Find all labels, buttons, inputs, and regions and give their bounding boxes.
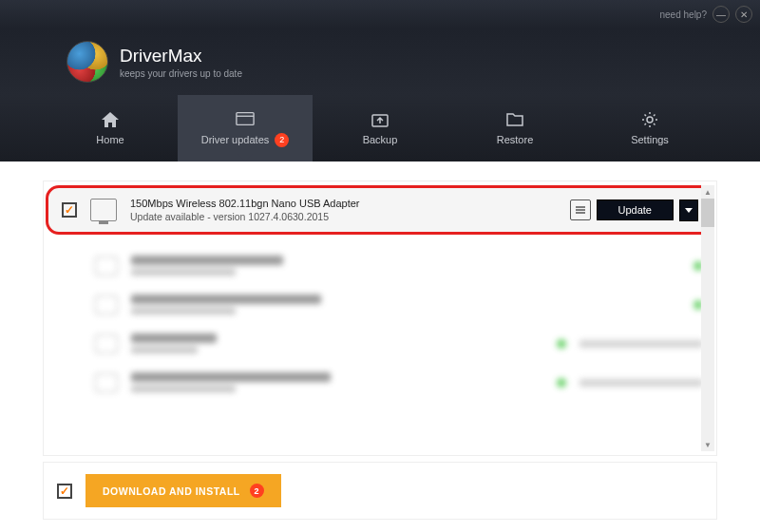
nav-home[interactable]: Home [43,95,178,162]
home-icon [101,111,120,128]
select-all-checkbox[interactable] [57,484,72,499]
gear-icon [640,111,659,128]
scroll-thumb[interactable] [701,199,714,227]
driver-row-blurred [44,246,716,285]
driver-row-highlighted[interactable]: 150Mbps Wireless 802.11bgn Nano USB Adap… [46,185,714,235]
main-nav: Home Driver updates 2 Backup Restore Set… [0,95,760,162]
nav-label: Settings [631,134,669,145]
nav-label: Backup [363,134,398,145]
svg-rect-0 [237,112,254,124]
brand-header: DriverMax keeps your drivers up to date [0,28,760,95]
list-icon [575,205,586,215]
device-icon [95,295,118,314]
driver-row-blurred [44,324,716,363]
nav-driver-updates[interactable]: Driver updates 2 [178,95,313,162]
status-dot-icon [557,339,566,349]
install-badge: 2 [250,484,264,498]
close-button[interactable]: ✕ [735,6,752,23]
checkbox[interactable] [62,202,77,218]
scroll-down-icon[interactable]: ▼ [701,438,714,451]
nav-label: Home [96,134,124,145]
restore-icon [505,111,524,128]
chevron-down-icon [685,208,693,213]
details-button[interactable] [570,200,591,220]
device-icon [95,334,118,353]
device-icon [95,373,118,392]
content-area: 150Mbps Wireless 802.11bgn Nano USB Adap… [0,162,760,484]
row-actions: Update [570,200,698,221]
driver-row-blurred [44,363,716,402]
driver-info: 150Mbps Wireless 802.11bgn Nano USB Adap… [130,198,557,222]
svg-point-3 [647,117,653,123]
minimize-button[interactable]: — [712,6,730,23]
install-label: DOWNLOAD AND INSTALL [103,485,240,497]
update-button[interactable]: Update [597,200,674,220]
backup-icon [370,111,390,128]
brand-text: DriverMax keeps your drivers up to date [120,46,242,79]
driver-name: 150Mbps Wireless 802.11bgn Nano USB Adap… [130,198,557,209]
nav-backup[interactable]: Backup [313,95,447,162]
app-title: DriverMax [120,46,242,66]
nav-label: Driver updates [201,134,270,145]
title-bar: need help? — ✕ [0,0,760,28]
updates-icon [236,110,255,127]
scroll-up-icon[interactable]: ▲ [701,185,714,199]
nav-label: Restore [497,134,534,145]
status-dot-icon [557,378,566,388]
nav-settings[interactable]: Settings [582,95,717,162]
updates-badge: 2 [275,133,289,147]
device-icon [95,256,118,276]
scrollbar[interactable]: ▲ ▼ [701,185,714,451]
update-dropdown[interactable] [679,200,698,221]
app-tagline: keeps your drivers up to date [120,68,242,79]
download-install-button[interactable]: DOWNLOAD AND INSTALL 2 [86,474,281,507]
driver-list: 150Mbps Wireless 802.11bgn Nano USB Adap… [43,180,717,456]
help-link[interactable]: need help? [660,10,708,20]
network-adapter-icon [90,199,117,221]
nav-restore[interactable]: Restore [447,95,582,162]
app-logo-icon [66,41,108,83]
bottom-action-bar: DOWNLOAD AND INSTALL 2 [43,462,717,520]
driver-row-blurred [44,285,716,324]
driver-status: Update available - version 1027.4.0630.2… [130,211,557,222]
